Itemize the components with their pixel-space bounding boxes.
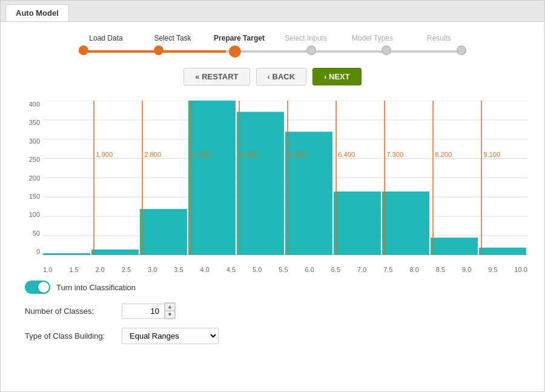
- back-button[interactable]: ‹ BACK: [256, 68, 307, 85]
- svg-text:8.200: 8.200: [435, 151, 452, 158]
- wizard-track: [79, 46, 466, 57]
- main-content: Load Data Select Task Prepare Target Sel…: [1, 22, 544, 391]
- dot-1: [154, 45, 164, 55]
- svg-rect-13: [237, 112, 284, 255]
- wizard-buttons: « RESTART ‹ BACK › NEXT: [19, 68, 526, 85]
- dot-3: [306, 45, 316, 55]
- svg-text:7.300: 7.300: [386, 151, 403, 158]
- num-classes-down[interactable]: ▼: [165, 311, 175, 319]
- x-label-16: 8.5: [436, 266, 445, 273]
- histogram-chart: 400 350 300 250 200 150 100 50 0: [19, 98, 533, 273]
- y-label-50: 50: [33, 230, 40, 237]
- dot-0: [79, 45, 88, 55]
- x-label-11: 6.0: [305, 266, 314, 273]
- step-results: Results: [412, 34, 466, 42]
- wizard-dots: [79, 45, 466, 58]
- classification-toggle-row: Turn into Classification: [25, 281, 526, 294]
- toggle-knob: [38, 282, 49, 293]
- svg-text:3.700: 3.700: [193, 151, 210, 158]
- y-label-100: 100: [29, 211, 40, 218]
- num-classes-label: Number of Classes:: [25, 307, 122, 316]
- num-classes-input[interactable]: [122, 304, 164, 319]
- x-label-17: 9.0: [462, 266, 471, 273]
- x-label-12: 6.5: [331, 266, 340, 273]
- svg-rect-16: [382, 191, 429, 255]
- y-label-350: 350: [29, 119, 40, 126]
- x-label-2: 1.5: [69, 266, 78, 273]
- x-label-8: 4.5: [226, 266, 236, 273]
- x-label-18: 9.5: [488, 266, 497, 273]
- y-label-150: 150: [29, 193, 40, 200]
- y-label-200: 200: [29, 174, 40, 182]
- x-label-6: 3.5: [174, 266, 183, 273]
- num-classes-up[interactable]: ▲: [165, 303, 175, 311]
- wizard: Load Data Select Task Prepare Target Sel…: [19, 34, 526, 57]
- y-axis: 400 350 300 250 200 150 100 50 0: [19, 101, 43, 255]
- classification-toggle-label: Turn into Classification: [56, 283, 136, 292]
- auto-model-tab[interactable]: Auto Model: [5, 4, 69, 21]
- x-label-10: 5.5: [279, 266, 288, 273]
- tab-bar: Auto Model: [1, 1, 544, 22]
- chart-svg: 1.900 2.800 3.700 4.600 5.500 6.400: [43, 101, 527, 255]
- dot-2: [229, 45, 241, 58]
- step-select-inputs: Select Inputs: [279, 34, 333, 42]
- dot-4: [382, 45, 391, 55]
- svg-rect-12: [188, 101, 236, 255]
- x-label-19: 10.0: [515, 266, 527, 273]
- svg-text:2.800: 2.800: [144, 151, 161, 158]
- classification-toggle[interactable]: [25, 281, 50, 294]
- next-button[interactable]: › NEXT: [312, 68, 362, 85]
- svg-text:6.400: 6.400: [338, 151, 355, 158]
- class-building-select[interactable]: Equal Ranges Equal Frequencies Custom: [122, 328, 219, 344]
- num-classes-row: Number of Classes: ▲ ▼: [25, 302, 526, 319]
- restart-button[interactable]: « RESTART: [183, 68, 249, 85]
- svg-rect-11: [140, 209, 187, 255]
- x-label-9: 5.0: [253, 266, 262, 273]
- svg-text:5.500: 5.500: [289, 151, 306, 158]
- svg-rect-17: [431, 238, 478, 255]
- x-label-15: 8.0: [410, 266, 419, 273]
- x-label-1: 1.0: [43, 266, 52, 273]
- svg-rect-10: [91, 250, 139, 255]
- step-load-data: Load Data: [79, 34, 133, 42]
- wizard-labels: Load Data Select Task Prepare Target Sel…: [79, 34, 466, 42]
- y-label-400: 400: [29, 101, 40, 108]
- x-axis-labels: 1.0 1.5 2.0 2.5 3.0 3.5 4.0 4.5 5.0 5.5 …: [43, 266, 527, 273]
- x-label-3: 2.0: [96, 266, 105, 273]
- x-label-13: 7.0: [357, 266, 366, 273]
- svg-text:9.100: 9.100: [483, 151, 500, 158]
- svg-rect-15: [334, 191, 381, 255]
- x-label-14: 7.5: [383, 266, 392, 273]
- dot-5: [457, 45, 466, 55]
- svg-rect-18: [479, 248, 526, 255]
- main-window: Auto Model Load Data Select Task Prepare…: [0, 0, 545, 392]
- num-classes-spinner: ▲ ▼: [164, 302, 176, 319]
- step-prepare-target: Prepare Target: [212, 34, 266, 42]
- class-building-label: Type of Class Building:: [25, 331, 122, 341]
- chart-inner: 1.900 2.800 3.700 4.600 5.500 6.400: [43, 101, 527, 255]
- y-label-0: 0: [36, 248, 40, 255]
- svg-text:4.600: 4.600: [241, 151, 258, 158]
- step-select-task: Select Task: [145, 34, 200, 42]
- num-classes-input-group: ▲ ▼: [122, 302, 176, 319]
- x-label-5: 3.0: [148, 266, 157, 273]
- svg-text:1.900: 1.900: [96, 151, 113, 158]
- class-building-row: Type of Class Building: Equal Ranges Equ…: [25, 328, 526, 344]
- y-label-250: 250: [29, 156, 40, 163]
- y-label-300: 300: [29, 138, 40, 145]
- x-label-4: 2.5: [122, 266, 131, 273]
- x-label-7: 4.0: [200, 266, 210, 273]
- step-model-types: Model Types: [345, 34, 400, 42]
